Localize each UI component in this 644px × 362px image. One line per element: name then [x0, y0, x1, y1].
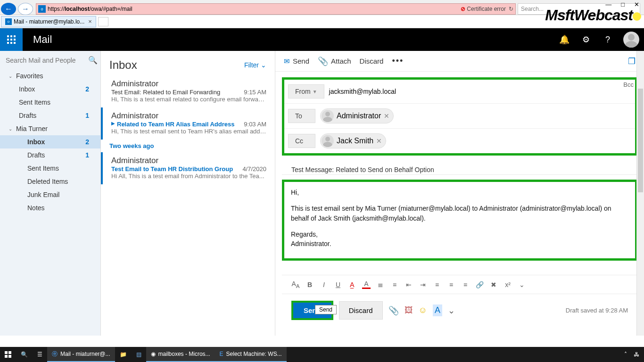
outdent-button[interactable]: ⇤	[405, 281, 413, 288]
sidebar-item-inbox-acct[interactable]: Inbox2	[0, 135, 100, 148]
search-input[interactable]	[6, 57, 88, 64]
paperclip-icon: 📎	[318, 56, 328, 66]
sidebar-item-drafts-acct[interactable]: Drafts1	[0, 148, 100, 162]
remove-recipient-icon[interactable]: ✕	[376, 137, 382, 145]
close-tab-icon[interactable]: ×	[88, 18, 92, 25]
close-window-button[interactable]: ✕	[634, 1, 639, 8]
align-center-button[interactable]: ≡	[447, 281, 455, 288]
discard-button[interactable]: Discard	[339, 301, 383, 320]
folder-title: Inbox	[109, 58, 137, 72]
chrome-icon: ◉	[151, 351, 156, 357]
taskbar: 🔍 ☰ ⓔMail - miaturner@... 📁 ▤ ◉mailboxes…	[0, 347, 644, 362]
align-right-button[interactable]: ≡	[461, 281, 470, 288]
address-bar[interactable]: o https://localhost/owa/#path=/mail ⊘Cer…	[36, 3, 516, 15]
notifications-button[interactable]: 🔔	[553, 28, 575, 51]
favorites-section[interactable]: ⌄Favorites	[0, 69, 100, 82]
more-actions[interactable]: •••	[392, 56, 404, 66]
underline-button[interactable]: U	[334, 281, 342, 288]
cert-error-icon: ⊘	[461, 6, 465, 12]
taskbar-explorer[interactable]: 📁	[115, 347, 132, 362]
font-size-button[interactable]: AA	[291, 280, 300, 289]
chevron-down-icon: ⌄	[8, 74, 12, 79]
bell-icon: 🔔	[559, 34, 570, 45]
taskbar-server[interactable]: ▤	[132, 347, 146, 362]
sidebar-item-sent-acct[interactable]: Sent Items	[0, 162, 100, 175]
tab-strip: o Mail - miaturner@mylab.lo... ×	[0, 15, 644, 28]
align-left-button[interactable]: ≡	[433, 281, 441, 288]
sidebar-item-deleted[interactable]: Deleted Items	[0, 175, 100, 188]
numbered-button[interactable]: ≡	[390, 281, 399, 288]
send-action[interactable]: ✉Send	[284, 57, 309, 66]
discard-action[interactable]: Discard	[360, 57, 384, 65]
certificate-error[interactable]: ⊘Certificate error	[461, 6, 506, 12]
sidebar-item-inbox[interactable]: Inbox2	[0, 82, 100, 96]
search-icon[interactable]: 🔍	[88, 56, 98, 65]
taskbar-ie[interactable]: ⓔMail - miaturner@...	[47, 347, 115, 362]
emoji-icon[interactable]: ☺	[419, 305, 427, 315]
settings-button[interactable]: ⚙	[575, 28, 597, 51]
attach-action[interactable]: 📎Attach	[318, 56, 351, 66]
taskbar-exchange[interactable]: ESelect Machine: WS...	[215, 347, 287, 362]
superscript-button[interactable]: x²	[504, 281, 512, 288]
insert-image-icon[interactable]: 🖼	[405, 305, 413, 315]
bullets-button[interactable]: ≣	[376, 281, 385, 288]
address-block: From▼ jacksmith@mylab.local To Administr…	[282, 77, 637, 156]
forward-button[interactable]: →	[18, 3, 33, 15]
more-format-button[interactable]: ⌄	[518, 281, 526, 288]
bold-button[interactable]: B	[305, 281, 314, 288]
sidebar-item-junk[interactable]: Junk Email	[0, 188, 100, 201]
reply-indicator-icon: ▶	[111, 121, 115, 128]
text-format-icon[interactable]: A	[433, 304, 442, 316]
url-path: /owa/#path=/mail	[90, 6, 132, 12]
gear-icon: ⚙	[582, 34, 590, 45]
ie-icon: ⓔ	[52, 350, 58, 358]
search-taskbar[interactable]: 🔍	[16, 347, 33, 362]
attachment-icon[interactable]: 📎	[388, 305, 399, 316]
task-view-button[interactable]: ☰	[33, 347, 47, 362]
start-button[interactable]	[0, 347, 16, 362]
account-section[interactable]: ⌄Mia Turner	[0, 122, 100, 135]
message-item[interactable]: Administrator Test Email: Related to Ema…	[101, 75, 275, 107]
new-tab-button[interactable]	[98, 17, 108, 26]
font-color-button[interactable]: A	[362, 280, 371, 289]
app-title: Mail	[33, 33, 52, 46]
message-item-selected[interactable]: Administrator ▶Related to Team HR Alias …	[101, 107, 275, 140]
to-recipient-chip[interactable]: Administrator✕	[320, 108, 394, 123]
message-item[interactable]: Administrator Test Email to Team HR Dist…	[101, 152, 275, 184]
tab-mail[interactable]: o Mail - miaturner@mylab.lo... ×	[1, 16, 96, 27]
sidebar-item-drafts[interactable]: Drafts1	[0, 109, 100, 122]
italic-button[interactable]: I	[320, 281, 328, 288]
refresh-button[interactable]: ↻	[509, 6, 513, 12]
popout-button[interactable]: ❐	[628, 56, 636, 66]
scrollbar[interactable]	[636, 51, 644, 336]
cc-recipient-chip[interactable]: Jack Smith✕	[320, 133, 386, 148]
taskbar-chrome[interactable]: ◉mailboxes - Micros...	[146, 347, 215, 362]
maximize-button[interactable]: □	[621, 1, 625, 8]
filter-button[interactable]: Filter⌄	[244, 61, 266, 69]
link-button[interactable]: 🔗	[475, 281, 484, 288]
more-icon[interactable]: ⌄	[448, 305, 455, 316]
send-icon: ✉	[284, 57, 290, 66]
tray-up-icon[interactable]: ˄	[624, 351, 627, 358]
url-prefix: https://	[48, 6, 65, 12]
help-button[interactable]: ?	[597, 28, 619, 51]
user-avatar[interactable]	[623, 32, 639, 48]
back-button[interactable]: ←	[1, 3, 16, 15]
bcc-link[interactable]: Bcc	[623, 81, 634, 88]
sidebar-item-notes[interactable]: Notes	[0, 201, 100, 214]
remove-recipient-icon[interactable]: ✕	[384, 112, 389, 120]
clear-format-button[interactable]: ✖	[489, 281, 498, 288]
cc-button[interactable]: Cc	[288, 134, 315, 148]
network-icon[interactable]: 🖧	[634, 351, 639, 358]
from-button[interactable]: From▼	[288, 84, 324, 99]
minimize-button[interactable]: —	[605, 1, 611, 8]
to-button[interactable]: To	[288, 109, 315, 123]
message-body[interactable]: Hi, This is test email sent by Mia Turne…	[282, 180, 637, 261]
avatar-icon	[322, 110, 334, 122]
app-launcher-button[interactable]	[0, 28, 23, 51]
subject-field[interactable]: Test Message: Related to Send on Behalf …	[282, 159, 637, 175]
highlight-button[interactable]: A̲	[348, 281, 356, 288]
indent-button[interactable]: ⇥	[419, 281, 427, 288]
sidebar-item-sent[interactable]: Sent Items	[0, 96, 100, 109]
waffle-icon	[7, 35, 16, 44]
